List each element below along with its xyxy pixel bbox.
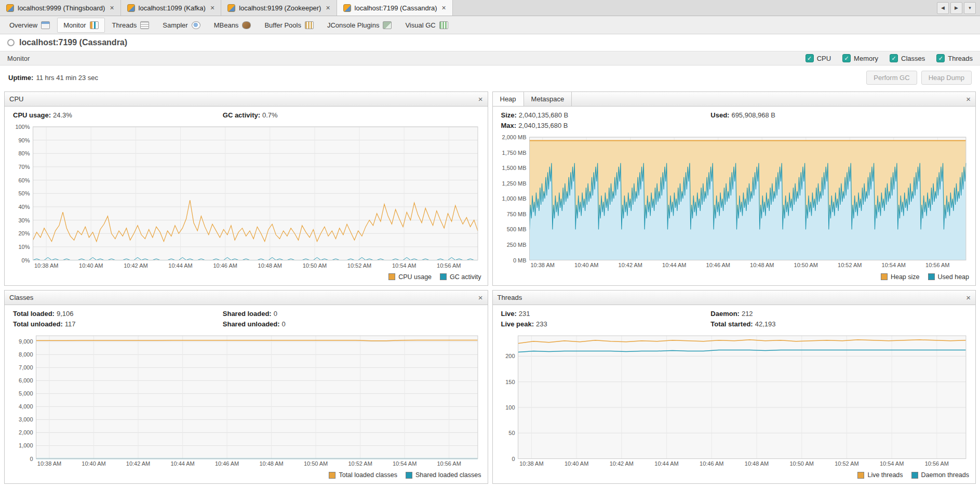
svg-text:1,500 MB: 1,500 MB bbox=[502, 165, 526, 171]
checkbox-icon[interactable]: ✓ bbox=[890, 54, 898, 62]
close-tab-icon[interactable]: × bbox=[442, 4, 446, 11]
svg-text:8,000: 8,000 bbox=[19, 351, 33, 358]
threads-chart-box: 05010015020010:38 AM10:40 AM10:42 AM10:4… bbox=[493, 329, 976, 469]
checkbox-threads[interactable]: ✓Threads bbox=[936, 54, 973, 62]
svg-text:70%: 70% bbox=[19, 164, 30, 170]
overview-icon bbox=[41, 21, 50, 29]
svg-text:90%: 90% bbox=[19, 137, 30, 143]
perform-gc-button[interactable]: Perform GC bbox=[866, 71, 917, 85]
tab-jconsole-plugins[interactable]: JConsole Plugins bbox=[321, 18, 398, 33]
svg-text:10:48 AM: 10:48 AM bbox=[258, 262, 282, 269]
tab-sampler[interactable]: Sampler bbox=[156, 18, 206, 33]
heap-dump-button[interactable]: Heap Dump bbox=[921, 71, 972, 85]
checkbox-icon[interactable]: ✓ bbox=[842, 54, 851, 62]
view-tab-label: Visual GC bbox=[405, 21, 435, 29]
threads-chart: 05010015020010:38 AM10:40 AM10:42 AM10:4… bbox=[497, 332, 972, 469]
legend-swatch bbox=[440, 273, 447, 280]
classes-panel-title: Classes bbox=[9, 294, 33, 301]
tab-threads[interactable]: Threads bbox=[106, 18, 156, 33]
threads-panel-header: Threads × bbox=[493, 291, 976, 305]
heap-chart-box: 0 MB250 MB500 MB750 MB1,000 MB1,250 MB1,… bbox=[493, 131, 976, 271]
close-icon[interactable]: × bbox=[478, 294, 483, 301]
threads-panel-title: Threads bbox=[498, 294, 522, 301]
heap-chart-legend: Heap sizeUsed heap bbox=[493, 271, 976, 285]
stat-heap-used: Used:695,908,968 B bbox=[710, 111, 967, 119]
legend-label: GC activity bbox=[450, 273, 481, 281]
legend-label: Total loaded classes bbox=[339, 471, 397, 479]
checkbox-icon[interactable]: ✓ bbox=[806, 54, 814, 62]
legend-label: CPU usage bbox=[398, 273, 432, 281]
threads-stats: Live:231 Daemon:212 Live peak:233 Total … bbox=[493, 305, 976, 329]
connection-tab[interactable]: localhost:9199 (Zookeeper)× bbox=[221, 0, 337, 16]
checkbox-label: CPU bbox=[817, 55, 831, 62]
cpu-chart: 0%10%20%30%40%50%60%70%80%90%100%10:38 A… bbox=[9, 123, 484, 271]
tab-list-button[interactable]: ▾ bbox=[964, 2, 976, 14]
checkbox-classes[interactable]: ✓Classes bbox=[890, 54, 925, 62]
tab-overview[interactable]: Overview bbox=[3, 18, 56, 33]
tab-visual-gc[interactable]: Visual GC bbox=[399, 18, 454, 33]
svg-text:10:40 AM: 10:40 AM bbox=[574, 262, 598, 269]
uptime-row: Uptime: 11 hrs 41 min 23 sec Perform GC … bbox=[0, 65, 980, 89]
svg-text:1,000 MB: 1,000 MB bbox=[502, 195, 526, 202]
threads-panel: Threads × Live:231 Daemon:212 Live peak:… bbox=[492, 290, 976, 484]
cpu-panel-title: CPU bbox=[9, 95, 23, 103]
tab-metaspace[interactable]: Metaspace bbox=[524, 92, 572, 106]
connection-tab[interactable]: localhost:9999 (Thingsboard)× bbox=[0, 0, 121, 16]
stat-heap-max: Max:2,040,135,680 B bbox=[501, 122, 699, 129]
stat-daemon-threads: Daemon:212 bbox=[710, 310, 967, 318]
svg-text:6,000: 6,000 bbox=[19, 377, 33, 384]
uptime-label: Uptime: bbox=[8, 74, 33, 82]
close-icon[interactable]: × bbox=[966, 294, 971, 301]
svg-text:10:54 AM: 10:54 AM bbox=[392, 262, 416, 269]
svg-text:10:54 AM: 10:54 AM bbox=[879, 460, 903, 467]
close-icon[interactable]: × bbox=[478, 95, 483, 103]
checkbox-icon[interactable]: ✓ bbox=[936, 54, 945, 62]
svg-text:2,000 MB: 2,000 MB bbox=[502, 134, 526, 140]
tab-monitor[interactable]: Monitor bbox=[57, 18, 104, 33]
legend-item: Total loaded classes bbox=[329, 471, 397, 479]
close-icon[interactable]: × bbox=[966, 95, 971, 103]
plugins-icon bbox=[383, 21, 392, 29]
svg-text:30%: 30% bbox=[19, 217, 30, 223]
scroll-tabs-left-button[interactable]: ◀ bbox=[937, 2, 949, 14]
svg-text:10:44 AM: 10:44 AM bbox=[170, 460, 194, 467]
heap-panel-header: Heap Metaspace × bbox=[493, 92, 976, 107]
svg-text:10:46 AM: 10:46 AM bbox=[700, 460, 723, 467]
svg-text:500 MB: 500 MB bbox=[506, 226, 526, 232]
svg-text:2,000: 2,000 bbox=[19, 429, 33, 436]
connection-tab[interactable]: localhost:7199 (Cassandra)× bbox=[337, 0, 453, 16]
checkbox-memory[interactable]: ✓Memory bbox=[842, 54, 878, 62]
sampler-icon bbox=[192, 21, 200, 29]
checkbox-cpu[interactable]: ✓CPU bbox=[806, 54, 831, 62]
stat-total-loaded: Total loaded:9,106 bbox=[13, 310, 210, 318]
legend-swatch bbox=[329, 472, 335, 479]
tab-heap[interactable]: Heap bbox=[493, 92, 524, 106]
connection-tab[interactable]: localhost:1099 (Kafka)× bbox=[121, 0, 222, 16]
threads-chart-legend: Live threadsDaemon threads bbox=[493, 469, 976, 483]
svg-text:80%: 80% bbox=[19, 150, 30, 156]
tab-mbeans[interactable]: MBeans bbox=[208, 18, 258, 33]
stat-total-unloaded: Total unloaded:117 bbox=[13, 320, 210, 328]
svg-text:750 MB: 750 MB bbox=[506, 211, 526, 217]
cpu-panel-header: CPU × bbox=[5, 92, 488, 107]
close-tab-icon[interactable]: × bbox=[210, 4, 214, 11]
heap-tabs: Heap Metaspace bbox=[493, 92, 572, 106]
stat-live-threads: Live:231 bbox=[501, 310, 699, 318]
visualgc-icon bbox=[439, 21, 448, 29]
svg-text:10:48 AM: 10:48 AM bbox=[259, 460, 283, 467]
svg-text:10:46 AM: 10:46 AM bbox=[706, 262, 730, 269]
legend-item: Shared loaded classes bbox=[406, 471, 481, 479]
svg-text:250 MB: 250 MB bbox=[506, 242, 526, 248]
classes-chart-box: 01,0002,0003,0004,0005,0006,0007,0008,00… bbox=[5, 329, 488, 469]
close-tab-icon[interactable]: × bbox=[110, 4, 114, 11]
connection-tab-label: localhost:7199 (Cassandra) bbox=[355, 4, 437, 12]
close-tab-icon[interactable]: × bbox=[326, 4, 330, 11]
cpu-panel: CPU × CPU usage:24.3% GC activity:0.7% 0… bbox=[4, 91, 488, 286]
scroll-tabs-right-button[interactable]: ▶ bbox=[950, 2, 962, 14]
tab-buffer-pools[interactable]: Buffer Pools bbox=[258, 18, 320, 33]
mbeans-icon bbox=[242, 21, 251, 29]
svg-text:0%: 0% bbox=[22, 257, 30, 263]
svg-text:7,000: 7,000 bbox=[19, 364, 33, 371]
connection-tab-bar: localhost:9999 (Thingsboard)×localhost:1… bbox=[0, 0, 980, 16]
monitor-icon bbox=[90, 21, 99, 29]
